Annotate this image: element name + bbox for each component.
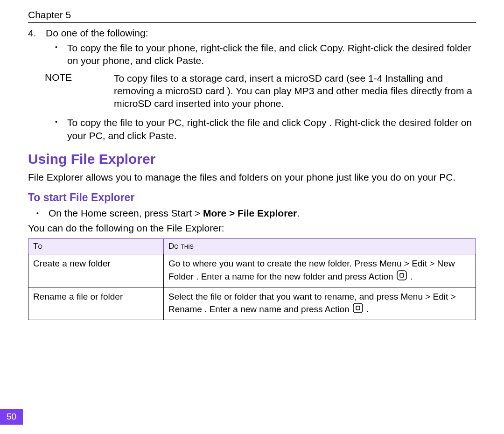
cell-text-a: Select the file or folder that you want … [168,292,456,315]
sub-bullet-copy-to-phone: • To copy the file to your phone, right-… [55,42,476,67]
svg-rect-3 [356,306,360,310]
page-number: 50 [0,409,23,425]
file-explorer-intro: File Explorer allows you to manage the f… [28,171,476,184]
step-number: 4. [28,28,46,39]
instr-post: . [297,208,300,218]
instruction-start: • On the Home screen, press Start > More… [36,208,476,219]
svg-rect-1 [400,273,404,277]
instr-bold: More > File Explorer [203,208,297,218]
action-button-icon [397,270,407,284]
instr-pre: On the Home screen, press Start > [49,208,203,218]
bullet-dot-icon: • [55,42,67,67]
table-header-to: To [28,239,164,254]
bullet-dot-icon: • [55,116,67,142]
table-row: Rename a file or folder Select the file … [28,287,476,320]
table-header-do-this: Do this [164,239,476,254]
note: NOTE To copy files to a storage card, in… [45,72,476,110]
table-row: Create a new folder Go to where you want… [28,254,476,287]
svg-rect-2 [353,303,363,313]
bullet-text: To copy the file to your phone, right-cl… [67,42,476,67]
svg-rect-0 [397,271,406,280]
file-explorer-table: To Do this Create a new folder Go to whe… [28,238,476,320]
cell-text-b: . [410,272,413,281]
chapter-header: Chapter 5 [28,9,476,23]
table-cell-instruction: Go to where you want to create the new f… [164,254,476,287]
action-button-icon [353,303,363,317]
heading-using-file-explorer: Using File Explorer [28,151,476,167]
table-cell-action: Rename a file or folder [28,287,164,320]
heading-to-start-file-explorer: To start File Explorer [28,191,476,204]
cell-text-b: . [366,304,369,314]
instruction-text: On the Home screen, press Start > More >… [49,208,476,219]
bullet-dot-icon: • [36,208,49,219]
bullet-text: To copy the file to your PC, right-click… [67,116,476,142]
note-text: To copy files to a storage card, insert … [114,72,476,110]
table-cell-action: Create a new folder [28,254,164,287]
note-label: NOTE [45,72,114,110]
sub-bullet-copy-to-pc: • To copy the file to your PC, right-cli… [55,116,476,142]
file-explorer-actions-intro: You can do the following on the File Exp… [28,223,476,234]
step-text: Do one of the following: [46,28,476,39]
step-4: 4. Do one of the following: [28,28,476,39]
table-cell-instruction: Select the file or folder that you want … [164,287,476,320]
